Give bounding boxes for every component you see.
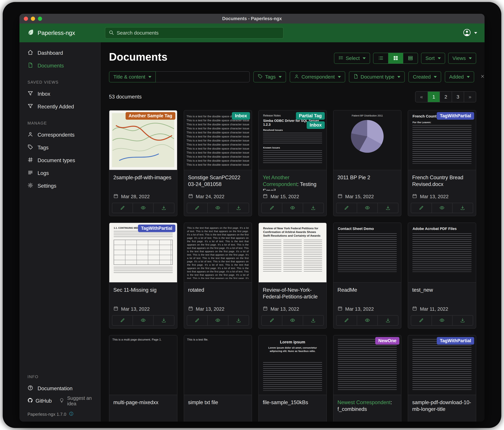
- view-button[interactable]: [133, 203, 153, 213]
- download-button[interactable]: [153, 316, 174, 325]
- edit-button[interactable]: [112, 316, 133, 325]
- card-title[interactable]: Sonstige ScanPC2022 03-24_081058: [184, 170, 252, 191]
- view-button[interactable]: [432, 203, 452, 213]
- search-input[interactable]: [117, 30, 280, 36]
- card-title[interactable]: Yet Another Correspondent: Testing Email: [259, 170, 326, 191]
- document-thumbnail[interactable]: This is a multi page document. Page 1.: [109, 335, 177, 395]
- card-title[interactable]: test_new: [408, 283, 476, 303]
- view-button[interactable]: [207, 316, 228, 325]
- download-button[interactable]: [228, 316, 249, 325]
- tag-badge-another-sample-tag[interactable]: Another Sample Tag: [126, 112, 175, 120]
- tag-badge-tagwithpartial[interactable]: TagWithPartial: [437, 112, 474, 120]
- search-box[interactable]: [105, 27, 284, 39]
- card-correspondent[interactable]: Yet Another Correspondent: [263, 175, 297, 187]
- pagination-page-2[interactable]: 2: [440, 92, 452, 102]
- edit-button[interactable]: [336, 203, 357, 213]
- sidebar-item-dashboard[interactable]: Dashboard: [19, 47, 100, 59]
- titlebar[interactable]: Documents - Paperless-ngx: [19, 14, 485, 24]
- view-button[interactable]: [282, 316, 303, 325]
- card-title[interactable]: simple txt file: [184, 395, 252, 416]
- card-title[interactable]: ReadMe: [333, 283, 401, 303]
- sidebar-item-logs[interactable]: Logs: [19, 167, 100, 180]
- view-mode-grid-button[interactable]: [388, 53, 403, 64]
- card-title[interactable]: Review-of-New-York-Federal-Petitions-art…: [259, 283, 326, 303]
- view-button[interactable]: [357, 203, 378, 213]
- user-menu[interactable]: [463, 28, 477, 37]
- tag-badge-newone[interactable]: NewOne: [375, 337, 399, 345]
- card-title[interactable]: 2011 BP Pie 2: [333, 170, 401, 191]
- download-button[interactable]: [303, 316, 324, 325]
- info-icon[interactable]: [69, 411, 74, 417]
- view-button[interactable]: [432, 316, 452, 325]
- card-title[interactable]: sample-pdf-download-10-mb-longer-title: [408, 395, 476, 416]
- filter-created-button[interactable]: Created: [408, 71, 441, 82]
- card-title[interactable]: French Country Bread Revised.docx: [408, 170, 476, 191]
- sidebar-item-correspondents[interactable]: Correspondents: [19, 129, 100, 141]
- edit-button[interactable]: [187, 203, 207, 213]
- suggest-idea-link[interactable]: Suggest an idea: [59, 395, 97, 406]
- edit-button[interactable]: [411, 203, 432, 213]
- view-button[interactable]: [207, 203, 228, 213]
- edit-button[interactable]: [262, 316, 282, 325]
- brand[interactable]: Paperless-ngx: [27, 28, 75, 37]
- card-correspondent[interactable]: Newest Correspondent: [338, 400, 391, 405]
- pagination-page-1[interactable]: 1: [428, 92, 440, 102]
- tag-badge-partial-tag[interactable]: Partial Tag: [296, 112, 325, 120]
- sort-button[interactable]: Sort: [421, 53, 445, 64]
- download-button[interactable]: [452, 316, 473, 325]
- card-title[interactable]: multi-page-mixedxx: [109, 395, 177, 416]
- select-button[interactable]: Select: [334, 53, 370, 64]
- filter-document-type-button[interactable]: Document type: [349, 71, 405, 82]
- document-thumbnail[interactable]: Patient BP Distribution 2011: [333, 111, 401, 170]
- edit-button[interactable]: [262, 203, 282, 213]
- sidebar-item-recently-added[interactable]: Recently Added: [19, 100, 100, 113]
- document-thumbnail[interactable]: This is a test for the double space char…: [184, 111, 252, 170]
- document-thumbnail[interactable]: This is a test file.: [184, 335, 252, 395]
- sidebar-item-document-types[interactable]: Document types: [19, 154, 100, 167]
- pagination-prev[interactable]: «: [415, 92, 428, 102]
- card-title[interactable]: Newest Correspondent: f_combineds: [333, 395, 401, 416]
- tag-badge-inbox[interactable]: Inbox: [232, 112, 250, 120]
- document-thumbnail[interactable]: Another Sample Tag: [109, 111, 177, 170]
- zoom-window-button[interactable]: [38, 17, 42, 21]
- document-thumbnail[interactable]: This is the text that appears on the fir…: [184, 223, 252, 283]
- view-mode-detail-button[interactable]: [403, 53, 418, 64]
- minimize-window-button[interactable]: [31, 17, 35, 21]
- download-button[interactable]: [153, 203, 174, 213]
- filter-correspondent-button[interactable]: Correspondent: [290, 71, 345, 82]
- card-title[interactable]: Sec 11-Missing sig: [109, 283, 177, 303]
- document-thumbnail[interactable]: Adobe Acrobat PDF Files: [408, 223, 476, 283]
- view-button[interactable]: [282, 203, 303, 213]
- sidebar-item-documents[interactable]: Documents: [19, 59, 100, 72]
- edit-button[interactable]: [187, 316, 207, 325]
- filter-tags-button[interactable]: Tags: [253, 71, 286, 82]
- document-thumbnail[interactable]: Review of New York Federal Petitions for…: [259, 223, 326, 283]
- close-window-button[interactable]: [24, 17, 28, 21]
- document-thumbnail[interactable]: Lorem ipsumLorem ipsum dolor sit amet, c…: [259, 335, 326, 395]
- views-button[interactable]: Views: [448, 53, 476, 64]
- document-thumbnail[interactable]: TagWithPartial: [408, 335, 476, 395]
- download-button[interactable]: [303, 203, 324, 213]
- filter-added-button[interactable]: Added: [445, 71, 474, 82]
- download-button[interactable]: [378, 316, 398, 325]
- sidebar-item-github[interactable]: GitHub: [27, 398, 52, 404]
- edit-button[interactable]: [112, 203, 133, 213]
- download-button[interactable]: [378, 203, 398, 213]
- edit-button[interactable]: [336, 316, 357, 325]
- reset-filters-button[interactable]: Reset filters: [480, 71, 485, 83]
- title-content-filter-input[interactable]: [156, 71, 250, 82]
- card-title[interactable]: 2sample-pdf-with-images: [109, 170, 177, 191]
- view-button[interactable]: [133, 316, 153, 325]
- download-button[interactable]: [228, 203, 249, 213]
- tag-badge-tagwithpartial[interactable]: TagWithPartial: [138, 224, 175, 232]
- tag-badge-tagwithpartial[interactable]: TagWithPartial: [437, 337, 474, 345]
- title-content-filter-button[interactable]: Title & content: [109, 71, 156, 82]
- document-thumbnail[interactable]: French Country BreadFor the Leaven:TagWi…: [408, 111, 476, 170]
- edit-button[interactable]: [411, 316, 432, 325]
- document-thumbnail[interactable]: 1.1. CONTINUING MEDICAL EDUCATagWithPart…: [109, 223, 177, 283]
- card-title[interactable]: file-sample_150kBs: [259, 395, 326, 416]
- document-thumbnail[interactable]: Release NotesSimba ODBC Driver for SQL S…: [259, 111, 326, 170]
- pagination-page-3[interactable]: 3: [452, 92, 464, 102]
- sidebar-item-tags[interactable]: Tags: [19, 141, 100, 154]
- tag-badge-inbox[interactable]: Inbox: [307, 121, 325, 129]
